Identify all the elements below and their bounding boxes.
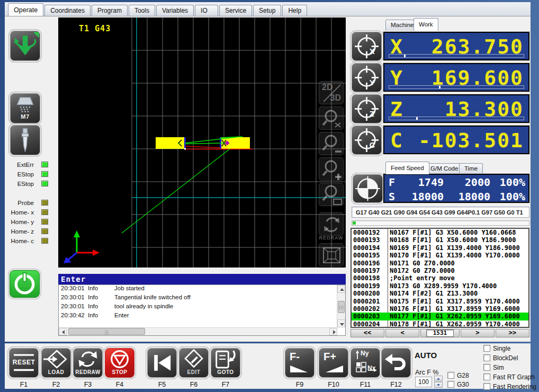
- tab-coordinates[interactable]: Coordinates: [44, 5, 91, 16]
- tab-setup[interactable]: Setup: [253, 5, 281, 16]
- g30-checkbox[interactable]: [447, 381, 454, 388]
- fkey-label: F9: [285, 381, 315, 388]
- led-row-home-y: Home- y: [5, 218, 49, 225]
- led-row-home-z: Home- z: [5, 228, 49, 235]
- g28-label: G28: [457, 372, 469, 379]
- reset-button[interactable]: RESET: [9, 348, 39, 378]
- ny-label: Ny: [361, 350, 369, 357]
- zero-c-button[interactable]: C: [352, 126, 382, 155]
- zoom-window-button[interactable]: [319, 183, 344, 206]
- zero-y-button[interactable]: Y: [352, 63, 382, 92]
- gcode-nav-bar: << < 1531 > >>: [351, 329, 529, 337]
- speed-programmed: 18000: [459, 190, 490, 203]
- zoom-in-button[interactable]: [319, 157, 344, 181]
- zoom-fit-button[interactable]: [319, 106, 344, 130]
- log-header: Enter: [58, 274, 346, 284]
- tab-time[interactable]: Time: [459, 163, 483, 174]
- g30-label: G30: [457, 381, 469, 388]
- sim-checkbox[interactable]: [483, 364, 490, 371]
- tab-work-coords[interactable]: Work: [414, 18, 438, 31]
- gcode-line[interactable]: 0000199N0173 G0 X289.9959 Y170.4000: [352, 282, 528, 290]
- gcode-line[interactable]: 0000200N0174 F[#2] G1 Z13.3000: [352, 290, 528, 297]
- gcode-line[interactable]: 0000194N0169 F[#1] G1 X139.4000 Y186.900…: [352, 244, 528, 252]
- goto-button[interactable]: GOTO: [211, 348, 240, 378]
- log-vertical-scrollbar[interactable]: [337, 285, 345, 327]
- gcode-line-current[interactable]: 0000203N0177 F[#1] G1 X262.0959 Y169.600…: [352, 313, 528, 320]
- rewind-button[interactable]: [147, 348, 177, 378]
- gcode-listing[interactable]: 0000192N0167 F[#1] G3 X50.6000 Y160.0668…: [351, 228, 529, 328]
- tab-tools[interactable]: Tools: [129, 5, 155, 16]
- goto-first-button[interactable]: <<: [351, 329, 384, 337]
- arc-f-spin-down[interactable]: [434, 382, 443, 388]
- scroll-left-button[interactable]: [59, 328, 67, 335]
- spindle-icon: [11, 31, 40, 60]
- goto-last-button[interactable]: >>: [496, 329, 529, 337]
- redraw-icon: [74, 349, 102, 372]
- log-level: Info: [88, 285, 98, 291]
- tab-program[interactable]: Program: [92, 5, 128, 16]
- spindle-button[interactable]: [10, 31, 40, 61]
- feed-path-green: [122, 137, 242, 233]
- scroll-up-button[interactable]: [337, 285, 345, 293]
- log-horizontal-scrollbar[interactable]: [59, 327, 337, 335]
- gcode-line[interactable]: 0000197N0172 G0 Z70.0000: [352, 267, 528, 274]
- stop-button[interactable]: STOP: [105, 348, 134, 378]
- page-prev-button[interactable]: <: [385, 329, 419, 337]
- scroll-thumb[interactable]: [68, 328, 145, 335]
- tab-io[interactable]: IO: [195, 5, 218, 16]
- scroll-right-button[interactable]: [329, 328, 337, 335]
- single-checkbox[interactable]: [483, 345, 490, 352]
- blockdel-checkbox[interactable]: [483, 354, 490, 361]
- page-next-button[interactable]: >: [461, 329, 495, 337]
- scroll-down-button[interactable]: [337, 319, 345, 327]
- redraw-button[interactable]: REDRAW: [73, 348, 103, 378]
- home-c-led: [41, 238, 48, 244]
- log-message: Job started: [114, 285, 145, 291]
- tab-operate[interactable]: Operate: [8, 3, 43, 16]
- gcode-line[interactable]: 0000204N0178 F[#1] G1 X262.0959 Y170.400…: [352, 320, 528, 328]
- crosshair-c-icon: C: [352, 126, 381, 154]
- tangential-knife-button[interactable]: [10, 125, 40, 155]
- view-cube-button[interactable]: [319, 243, 344, 266]
- arc-f-spin-up[interactable]: [434, 376, 443, 381]
- tab-variables[interactable]: Variables: [156, 5, 194, 16]
- sim-label: Sim: [493, 364, 504, 371]
- tab-gm-code[interactable]: G/M Code: [425, 163, 463, 174]
- toolpath-viewport[interactable]: T1 G43 2D 3D: [58, 17, 346, 268]
- zero-x-button[interactable]: X: [352, 32, 382, 61]
- arc-f-input[interactable]: 100: [415, 377, 432, 387]
- gcode-line[interactable]: 0000201N0175 F[#1] G1 X317.8959 Y170.400…: [352, 298, 528, 305]
- fast-rt-graph-checkbox[interactable]: [483, 373, 490, 380]
- edit-button[interactable]: EDIT: [179, 348, 209, 378]
- power-button[interactable]: [10, 270, 40, 298]
- tab-help[interactable]: Help: [282, 5, 307, 16]
- log-list[interactable]: 20:30:01 Info Job started 20:30:01 Info …: [58, 284, 346, 336]
- gcode-line[interactable]: 0000195N0170 F[#1] G1 X139.4000 Y170.000…: [352, 252, 528, 259]
- gcode-line[interactable]: 0000198;Point entry move: [352, 274, 528, 282]
- nesting-nxny-button[interactable]: Ny Nx: [351, 348, 380, 378]
- gcode-line[interactable]: 0000196N0171 G0 Z70.0000: [352, 260, 528, 267]
- scroll-thumb[interactable]: [338, 301, 345, 313]
- tab-service[interactable]: Service: [219, 5, 252, 16]
- feed-minus-button[interactable]: F-: [285, 348, 315, 378]
- g28-checkbox[interactable]: [447, 372, 454, 379]
- fast-rendering-label: Fast Rendering: [493, 383, 536, 390]
- line-counter-cell: 1531: [420, 329, 459, 337]
- gcode-line[interactable]: 0000192N0167 F[#1] G3 X50.6000 Y160.0668: [352, 229, 528, 236]
- load-button[interactable]: LOAD: [41, 348, 71, 378]
- tab-feed-speed[interactable]: Feed Speed: [385, 162, 429, 174]
- feed-override: 100%: [500, 176, 525, 189]
- back-undo-button[interactable]: [381, 348, 411, 378]
- view-2d3d-button[interactable]: 2D 3D: [319, 81, 344, 104]
- gcode-line[interactable]: 0000193N0168 F[#1] G1 X50.6000 Y186.9000: [352, 236, 528, 244]
- gcode-line[interactable]: 0000202N0176 F[#1] G1 X317.8959 Y169.600…: [352, 305, 528, 313]
- main-panel: M7 ExtErr EStop EStop Probe Home- x H: [5, 16, 531, 342]
- feed-plus-button[interactable]: F+: [319, 348, 348, 378]
- zoom-out-button[interactable]: [319, 132, 344, 155]
- tool-measure-button[interactable]: [353, 174, 383, 203]
- zero-z-button[interactable]: Z: [352, 94, 382, 123]
- coolant-m7-button[interactable]: M7: [10, 93, 40, 123]
- log-message: Enter: [114, 312, 129, 318]
- fast-rendering-checkbox[interactable]: [483, 383, 490, 390]
- viewport-redraw-button[interactable]: [319, 212, 344, 236]
